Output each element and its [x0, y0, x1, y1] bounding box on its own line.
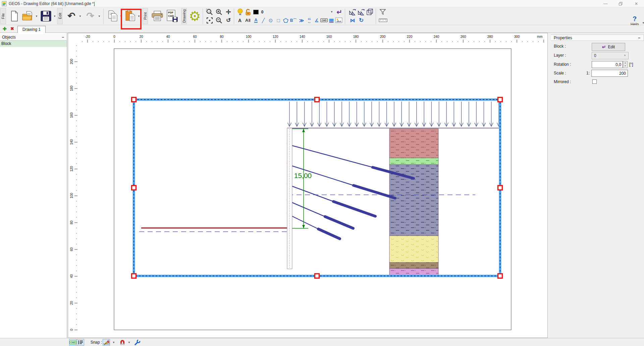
surcharge-load-arrows — [288, 102, 501, 126]
magnet-dropdown[interactable]: ▼ — [127, 339, 131, 346]
objects-minimize-icon[interactable]: − — [62, 35, 64, 40]
text-leader-tool-icon[interactable]: A — [252, 16, 260, 24]
horizontal-ruler — [82, 40, 544, 43]
selection-handle[interactable] — [498, 186, 502, 190]
objects-panel: Objects − Block — [0, 33, 67, 338]
open-dropdown[interactable]: ▼ — [35, 8, 39, 24]
zoom-out-icon[interactable] — [215, 16, 223, 24]
properties-panel-title: Properties — [554, 36, 572, 40]
minimize-button[interactable]: — — [600, 0, 610, 7]
selection-handle[interactable] — [498, 274, 502, 278]
redo-icon[interactable]: ↷ — [84, 8, 97, 24]
save-dropdown[interactable]: ▼ — [53, 8, 57, 24]
printer-icon[interactable] — [150, 8, 164, 24]
drawing-area[interactable]: 15,00 — [68, 33, 547, 338]
rotation-input[interactable]: 0,0 — [592, 61, 623, 68]
layer-dropdown[interactable]: 0 ▼ — [592, 52, 629, 59]
zoom-selection-icon[interactable] — [205, 8, 214, 16]
drawing-button[interactable]: Drawing — [181, 8, 187, 24]
snap-settings-wrench-icon[interactable] — [133, 339, 141, 346]
settings-gear-icon[interactable]: ⚙ — [188, 8, 202, 24]
add-tab-icon[interactable]: ✚ — [3, 26, 7, 32]
properties-panel: Properties − Block : ↵ Edit Layer : 0 ▼ … — [551, 33, 644, 338]
tutorial-highlight-box — [121, 9, 142, 30]
soil-layer-4-pattern — [389, 236, 438, 263]
drawing-canvas[interactable]: -200204060801001201401601802002202402602… — [68, 33, 548, 338]
zoom-in-icon[interactable] — [215, 8, 223, 16]
cad-display-toggle[interactable]: CAD — [69, 339, 76, 346]
selection-handle[interactable] — [132, 98, 136, 102]
filter-icon[interactable] — [378, 8, 387, 16]
angle-tool-icon[interactable]: ∡ — [313, 16, 320, 24]
mirrored-checkbox[interactable] — [592, 79, 597, 84]
selection-handle[interactable] — [315, 98, 319, 102]
help-dropdown[interactable]: ▼ — [642, 21, 644, 24]
tab-drawing-1[interactable]: Drawing 1 — [17, 26, 46, 33]
selection-handle[interactable] — [132, 274, 136, 278]
redo-dropdown[interactable]: ▼ — [97, 8, 101, 24]
pan-icon[interactable]: ✛ — [224, 8, 233, 16]
dimension-tool-icon[interactable]: 11↔ — [305, 16, 313, 24]
spline-tool-icon[interactable]: B⌒ — [289, 16, 298, 24]
undo-icon[interactable]: ↶ — [65, 8, 78, 24]
selection-handle[interactable] — [498, 98, 502, 102]
snap-mode-button[interactable] — [103, 339, 110, 346]
dimension-value-label: 15,00 — [294, 172, 312, 179]
soil-layer-3-pattern — [389, 165, 438, 236]
rotation-label: Rotation : — [554, 62, 571, 67]
save-icon[interactable] — [40, 8, 52, 24]
open-file-icon[interactable] — [21, 8, 34, 24]
main-toolbar: ? Help ▼ File▼▼Edit↶▼↷▼▼▼PrintPDFCADDraw… — [0, 7, 644, 25]
scale-prefix-label: 1: — [586, 71, 590, 75]
ruler-settings-icon[interactable] — [378, 16, 388, 24]
zoom-fit-icon[interactable] — [205, 16, 214, 24]
mirror-icon[interactable]: ⋈ — [348, 16, 357, 24]
object-list-item-block[interactable]: Block — [0, 41, 67, 47]
rotate-icon[interactable]: ↻ — [357, 16, 366, 24]
text-tool-icon[interactable]: A — [236, 16, 244, 24]
scale-label: Scale : — [554, 71, 566, 75]
table-tool-icon[interactable]: ▦ — [328, 16, 335, 24]
visibility-bulb-icon[interactable] — [236, 8, 244, 16]
polygon-tool-icon[interactable] — [282, 16, 289, 24]
file-button[interactable]: File — [0, 8, 6, 24]
rotation-spinner[interactable]: ▲▼ — [623, 61, 628, 68]
circle-tool-icon[interactable]: ⊙ — [267, 16, 274, 24]
toolbar-separator — [203, 8, 203, 24]
image-tool-icon[interactable] — [335, 16, 343, 24]
svg-text:PDF: PDF — [168, 11, 173, 14]
restore-button[interactable] — [615, 0, 626, 7]
line-tool-icon[interactable]: ╱ — [260, 16, 267, 24]
copy-3d-view-icon[interactable] — [366, 8, 374, 16]
window-title: GEO5 - Drawing Editor (64 bit) [Unnamed.… — [9, 1, 95, 6]
selection-handle[interactable] — [132, 186, 136, 190]
magnet-snap-icon[interactable] — [119, 339, 126, 346]
new-document-icon[interactable] — [9, 8, 20, 24]
paper-sheet — [114, 49, 511, 330]
close-tab-icon[interactable]: ✖ — [10, 26, 14, 31]
multiline-tool-icon[interactable]: ≫ — [298, 16, 305, 24]
scale-input[interactable]: 200 — [591, 70, 628, 77]
copy-format-icon[interactable] — [348, 8, 357, 16]
soil-layer-1-pattern — [389, 129, 438, 158]
apply-style-icon[interactable]: ↵ — [335, 8, 343, 16]
undo-dropdown[interactable]: ▼ — [78, 8, 82, 24]
properties-minimize-icon[interactable]: − — [638, 36, 640, 40]
close-button[interactable]: ✕ — [631, 0, 641, 7]
paste-format-icon[interactable] — [357, 8, 366, 16]
pdf-cad-export-icon[interactable]: PDFCAD — [165, 8, 179, 24]
block-edit-button[interactable]: ↵ Edit — [592, 43, 625, 51]
layers-display-toggle[interactable] — [77, 339, 84, 346]
cad-import-icon[interactable]: CAD — [320, 16, 328, 24]
title-bar: GEO5 - Drawing Editor (64 bit) [Unnamed.… — [0, 0, 644, 7]
edit-button[interactable]: Edit — [57, 8, 63, 24]
snap-mode-dropdown[interactable]: ▼ — [112, 339, 116, 346]
rectangle-tool-icon[interactable]: □ — [275, 16, 282, 24]
zoom-previous-icon[interactable]: ↺ — [224, 16, 233, 24]
selection-handle[interactable] — [315, 274, 319, 278]
print-button[interactable]: Print — [142, 8, 148, 24]
color-dropdown-field[interactable] — [251, 9, 335, 15]
status-bar: CADSnap :▼▼ — [0, 338, 644, 346]
text-column-tool-icon[interactable]: A‖ — [244, 16, 252, 24]
copy-icon[interactable] — [107, 8, 119, 24]
